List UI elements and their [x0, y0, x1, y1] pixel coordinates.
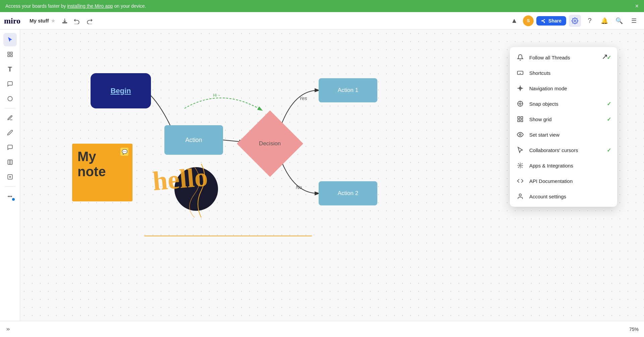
svg-point-7 — [8, 96, 12, 101]
svg-rect-5 — [8, 55, 9, 57]
sticky-note-tool[interactable] — [3, 77, 17, 91]
menu-item-snap-objects[interactable]: Snap objects ✓ — [510, 96, 617, 111]
help-button[interactable]: ? — [584, 15, 596, 27]
svg-rect-8 — [8, 160, 12, 164]
start-view-icon — [516, 130, 525, 139]
more-tools-button[interactable]: ••• — [3, 189, 17, 203]
svg-text:Yes: Yes — [299, 96, 307, 101]
svg-rect-16 — [518, 71, 523, 75]
navigation-icon — [516, 84, 525, 93]
black-circle[interactable] — [174, 167, 218, 211]
logo[interactable]: miro — [4, 16, 24, 26]
bottom-bar: 75% — [0, 321, 644, 337]
svg-text:miro: miro — [4, 16, 20, 25]
snap-icon — [516, 99, 525, 108]
svg-rect-32 — [521, 120, 523, 122]
banner-link[interactable]: installing the Miro app — [67, 3, 113, 9]
svg-text:No: No — [296, 185, 302, 190]
avatar: S — [523, 15, 534, 26]
left-toolbar: T ••• — [0, 30, 20, 337]
apps-icon — [516, 161, 525, 170]
undo-redo-group — [71, 15, 96, 27]
comment-tool[interactable] — [3, 141, 17, 154]
cursor-button[interactable]: ▲ — [508, 15, 520, 27]
menu-button[interactable]: ☰ — [628, 15, 640, 27]
action2-box[interactable]: Action 2 — [319, 181, 377, 205]
account-icon — [516, 192, 525, 201]
embed-tool[interactable] — [3, 170, 17, 184]
export-button[interactable] — [59, 15, 71, 27]
cursor-icon — [516, 146, 525, 154]
svg-point-2 — [574, 20, 576, 21]
svg-point-35 — [519, 194, 522, 196]
action-box[interactable]: Action — [164, 125, 223, 155]
frames-tool[interactable] — [3, 48, 17, 61]
expand-panel-button[interactable] — [5, 327, 11, 332]
svg-rect-6 — [10, 55, 12, 57]
settings-button[interactable] — [569, 15, 581, 27]
grid-icon — [516, 115, 525, 124]
redo-button[interactable] — [84, 15, 96, 27]
svg-rect-31 — [518, 120, 520, 122]
show-grid-check: ✓ — [607, 116, 611, 123]
svg-point-33 — [520, 134, 521, 136]
svg-rect-3 — [8, 52, 9, 54]
header: miro My stuff ★ ▲ S Share ? 🔔 🔍 ☰ — [0, 12, 644, 30]
menu-item-api-documentation[interactable]: API Documentation — [510, 173, 617, 189]
api-icon — [516, 177, 525, 185]
menu-item-show-grid[interactable]: Show grid ✓ — [510, 111, 617, 127]
decision-diamond[interactable]: Decision — [241, 118, 299, 169]
pen-tool[interactable] — [3, 111, 17, 125]
menu-item-set-start-view[interactable]: Set start view — [510, 127, 617, 142]
banner-text: Access your boards faster by installing … — [5, 3, 146, 9]
frame-tool[interactable] — [3, 155, 17, 169]
svg-point-34 — [520, 165, 521, 166]
zoom-level[interactable]: 75% — [629, 327, 639, 332]
yellow-line — [144, 236, 312, 236]
my-note-sticky[interactable]: 💬 My note — [72, 144, 132, 201]
svg-rect-30 — [521, 117, 523, 119]
keyboard-icon — [516, 68, 525, 77]
board-name: My stuff ★ — [30, 18, 55, 23]
menu-item-collaborators-cursors[interactable]: Collaborators' cursors ✓ — [510, 142, 617, 158]
select-tool[interactable] — [3, 33, 17, 46]
menu-item-account-settings[interactable]: Account settings — [510, 189, 617, 204]
header-actions: ▲ S Share ? 🔔 🔍 ☰ — [508, 15, 640, 27]
star-icon[interactable]: ★ — [51, 18, 55, 23]
collaborators-cursors-check: ✓ — [607, 147, 611, 153]
search-button[interactable]: 🔍 — [613, 15, 625, 27]
svg-rect-4 — [10, 52, 12, 54]
pencil-tool[interactable] — [3, 126, 17, 139]
note-icon: 💬 — [120, 148, 128, 156]
text-tool[interactable]: T — [3, 62, 17, 76]
banner-close-button[interactable]: × — [635, 3, 639, 10]
dropdown-menu: Follow all Threads ✓ Shortcuts Navigatio… — [510, 47, 617, 207]
notifications-button[interactable]: 🔔 — [598, 15, 610, 27]
svg-text:Hi ~: Hi ~ — [213, 93, 220, 98]
action1-box[interactable]: Action 1 — [319, 78, 377, 102]
top-banner: Access your boards faster by installing … — [0, 0, 644, 12]
menu-item-navigation-mode[interactable]: Navigation mode — [510, 81, 617, 96]
svg-rect-29 — [518, 117, 520, 119]
undo-button[interactable] — [71, 15, 83, 27]
follow-threads-check: ✓ — [607, 54, 611, 61]
menu-item-follow-threads[interactable]: Follow all Threads ✓ — [510, 50, 617, 65]
share-button[interactable]: Share — [536, 16, 566, 26]
begin-box[interactable]: Begin — [91, 73, 151, 108]
menu-item-apps-integrations[interactable]: Apps & Integrations — [510, 158, 617, 173]
svg-point-27 — [520, 103, 521, 105]
menu-item-shortcuts[interactable]: Shortcuts — [510, 65, 617, 81]
svg-rect-1 — [62, 22, 67, 23]
snap-objects-check: ✓ — [607, 101, 611, 107]
bell-icon — [516, 53, 525, 62]
ellipse-tool[interactable] — [3, 92, 17, 105]
main-area: T ••• — [0, 30, 644, 337]
